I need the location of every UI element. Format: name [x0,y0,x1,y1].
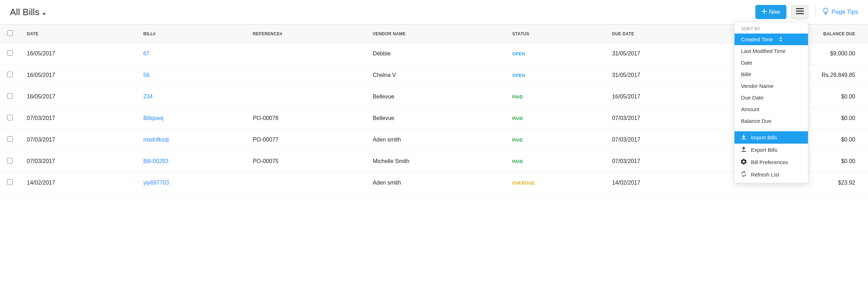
cell-vendor: Bellevue [365,108,505,129]
cell-bill: 67 [136,43,246,65]
col-header-bill[interactable]: BILL# [136,25,246,43]
sort-option-last-modified[interactable]: Last Modified Time [735,45,808,57]
col-header-date[interactable]: DATE [20,25,136,43]
svg-rect-4 [825,14,826,15]
status-badge: PAID [512,116,523,121]
col-header-select [0,25,20,43]
col-header-reference[interactable]: REFERENCE# [246,25,366,43]
new-button-label: New [769,9,780,15]
svg-rect-0 [796,8,804,9]
row-checkbox[interactable] [7,179,13,185]
row-checkbox[interactable] [7,72,13,77]
sort-indicator-icon [779,36,783,42]
cell-reference: PO-00078 [246,108,366,129]
select-all-checkbox[interactable] [7,30,13,36]
topbar: All Bills New SORT BY [0,0,868,24]
cell-status: PAID [505,151,605,172]
new-button[interactable]: New [755,5,786,19]
cell-vendor: Aden smith [365,129,505,151]
cell-vendor: Chelna V [365,65,505,86]
col-header-due-date[interactable]: DUE DATE [605,25,721,43]
col-header-status[interactable]: STATUS [505,25,605,43]
sort-option-label: Created Time [741,36,773,42]
cell-reference [246,172,366,194]
caret-down-icon [42,7,46,18]
cell-bill: 234 [136,86,246,108]
cell-status: PAID [505,108,605,129]
sort-option-label: Date [741,60,752,66]
cell-date: 07/03/2017 [20,151,136,172]
bill-link[interactable]: msdnfksdj [143,137,169,143]
cell-date: 16/05/2017 [20,65,136,86]
sort-option-vendor[interactable]: Vendor Name [735,80,808,92]
menu-action-export[interactable]: Export Bills [735,144,808,156]
sort-option-date[interactable]: Date [735,57,808,68]
col-header-vendor[interactable]: VENDOR NAME [365,25,505,43]
bill-link[interactable]: 56 [143,72,150,78]
menu-action-label: Refresh List [751,172,779,178]
menu-action-import[interactable]: Import Bills [735,131,808,144]
cell-date: 16/05/2017 [20,86,136,108]
cell-bill: Billqoeq [136,108,246,129]
refresh-icon [741,171,747,178]
cell-vendor: Bellevue [365,86,505,108]
cell-reference: PO-00075 [246,151,366,172]
cell-status: OPEN [505,65,605,86]
menu-action-label: Export Bills [751,147,777,153]
bill-link[interactable]: Bill-00293 [143,158,168,164]
sort-by-header: SORT BY [735,22,808,34]
sort-option-due-date[interactable]: Due Date [735,92,808,103]
more-menu-button[interactable] [791,5,808,19]
plus-icon [762,9,767,15]
cell-vendor: Michelle Smith [365,151,505,172]
page-title-dropdown[interactable]: All Bills [10,7,46,18]
status-badge: OPEN [512,73,525,78]
page-title: All Bills [10,7,40,18]
more-dropdown: SORT BY Created Time Last Modified Time … [734,22,808,183]
bill-link[interactable]: Billqoeq [143,115,164,121]
cell-bill: 56 [136,65,246,86]
svg-rect-1 [796,11,804,12]
row-checkbox[interactable] [7,136,13,142]
cell-bill: Bill-00293 [136,151,246,172]
row-checkbox[interactable] [7,93,13,99]
bill-link[interactable]: yiy697703 [143,180,169,186]
page-tips-link[interactable]: Page Tips [823,8,858,17]
page-tips-label: Page Tips [831,8,858,16]
cell-due-date: 07/03/2017 [605,108,721,129]
sort-option-bill[interactable]: Bill# [735,68,808,80]
cell-reference [246,86,366,108]
cell-status: OPEN [505,43,605,65]
menu-action-preferences[interactable]: Bill Preferences [735,156,808,168]
cell-date: 16/05/2017 [20,43,136,65]
import-icon [741,134,747,141]
cell-reference [246,43,366,65]
gear-icon [741,159,747,166]
cell-due-date: 16/05/2017 [605,86,721,108]
sort-option-label: Due Date [741,95,763,101]
status-badge: PAID [512,95,523,100]
row-checkbox[interactable] [7,158,13,163]
cell-date: 07/03/2017 [20,129,136,151]
cell-status: OVERDUE [505,172,605,194]
cell-due-date: 31/05/2017 [605,43,721,65]
sort-option-balance-due[interactable]: Balance Due [735,115,808,127]
cell-reference [246,65,366,86]
status-badge: OPEN [512,52,525,56]
cell-due-date: 07/03/2017 [605,151,721,172]
cell-bill: msdnfksdj [136,129,246,151]
sort-option-label: Balance Due [741,118,771,124]
svg-rect-2 [796,13,804,14]
row-checkbox[interactable] [7,50,13,56]
sort-option-label: Last Modified Time [741,48,785,54]
dropdown-separator [735,129,808,129]
bill-link[interactable]: 67 [143,50,150,56]
hamburger-icon [796,8,804,16]
sort-option-amount[interactable]: Amount [735,103,808,115]
bill-link[interactable]: 234 [143,94,153,100]
menu-action-refresh[interactable]: Refresh List [735,168,808,181]
row-checkbox[interactable] [7,115,13,120]
sort-option-created-time[interactable]: Created Time [735,34,808,45]
cell-due-date: 14/02/2017 [605,172,721,194]
svg-rect-3 [825,13,827,14]
